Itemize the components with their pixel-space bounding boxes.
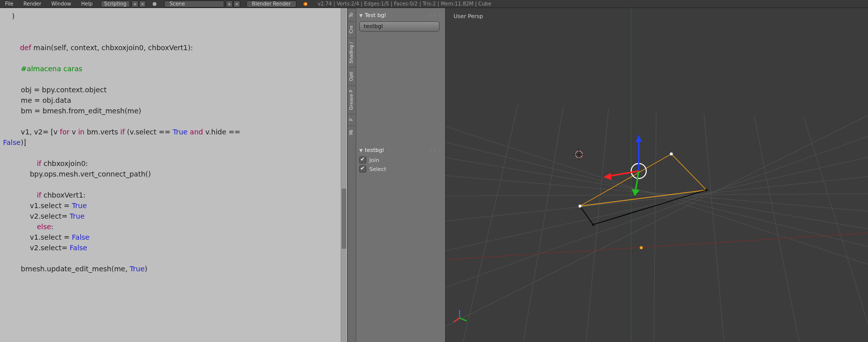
svg-line-18 <box>804 118 868 324</box>
blender-logo-icon <box>302 1 309 8</box>
tab-p[interactable]: P <box>348 114 356 125</box>
svg-line-10 <box>446 126 868 296</box>
svg-point-0 <box>153 2 157 6</box>
editor-scrollbar[interactable] <box>341 8 347 342</box>
panel-grip-icon[interactable]: ⋮⋮⋮ <box>428 148 442 152</box>
object-origin-icon <box>640 246 643 249</box>
svg-point-30 <box>578 205 582 208</box>
viewport-scene <box>446 8 868 342</box>
menu-window[interactable]: Window <box>46 1 76 7</box>
svg-line-27 <box>671 154 706 190</box>
tool-shelf: To Cre Shading / Opti Grease P P Mi ▼ Te… <box>348 8 446 342</box>
top-menu-bar: File Render Window Help Scripting + × Sc… <box>0 0 868 8</box>
redo-panel-title: testbgl <box>365 147 384 153</box>
operator-redo-panel: ▼ testbgl ⋮⋮⋮ Join Select <box>359 147 442 173</box>
svg-line-15 <box>654 111 656 342</box>
transform-gizmo[interactable] <box>604 135 646 196</box>
editor-scrollbar-thumb[interactable] <box>342 189 346 249</box>
render-engine-dropdown[interactable]: Blender Render <box>246 1 297 8</box>
scene-browse-icon[interactable] <box>151 1 158 8</box>
svg-line-16 <box>704 113 724 342</box>
3d-viewport[interactable]: User Persp <box>446 8 868 342</box>
svg-point-31 <box>670 152 673 155</box>
svg-line-25 <box>580 154 671 206</box>
menu-render[interactable]: Render <box>19 1 47 7</box>
svg-marker-40 <box>604 173 612 180</box>
menu-help[interactable]: Help <box>76 1 98 7</box>
mini-axis-icon <box>454 310 467 322</box>
tab-options[interactable]: Opti <box>348 67 356 85</box>
panel-title: Test bgl <box>365 12 386 19</box>
svg-line-6 <box>446 174 868 214</box>
disclosure-triangle-icon: ▼ <box>359 13 363 18</box>
svg-line-14 <box>586 108 609 342</box>
svg-point-2 <box>305 3 307 5</box>
tab-misc[interactable]: Mi <box>348 125 356 139</box>
join-checkbox[interactable] <box>359 156 366 163</box>
scene-add-remove: + × <box>225 1 240 8</box>
tab-create[interactable]: Cre <box>348 21 356 37</box>
tool-panel-body: ▼ Test bgl ⋮⋮⋮ testbgl ▼ testbgl ⋮⋮⋮ Joi… <box>356 8 445 342</box>
svg-line-28 <box>580 206 593 225</box>
join-checkbox-row: Join <box>359 156 442 163</box>
svg-point-32 <box>705 189 708 192</box>
screen-layout-dropdown[interactable]: Scripting <box>101 1 130 8</box>
layout-remove-button[interactable]: × <box>139 1 146 8</box>
layout-add-button[interactable]: + <box>131 1 138 8</box>
panel-header-testbgl[interactable]: ▼ Test bgl ⋮⋮⋮ <box>359 12 442 19</box>
svg-line-9 <box>446 151 868 256</box>
disclosure-triangle-icon: ▼ <box>359 148 363 153</box>
svg-point-33 <box>592 224 595 226</box>
svg-marker-36 <box>636 135 642 142</box>
select-checkbox[interactable] <box>359 165 366 173</box>
edit-mesh-wireframe <box>578 152 708 226</box>
select-label: Select <box>369 166 386 173</box>
svg-line-13 <box>523 106 563 342</box>
tab-grease-pencil[interactable]: Grease P <box>348 85 356 114</box>
tab-tools[interactable]: To <box>348 8 356 21</box>
layout-add-remove: + × <box>131 1 146 8</box>
svg-line-12 <box>463 103 518 342</box>
select-checkbox-row: Select <box>359 165 442 173</box>
3d-cursor-icon <box>573 149 585 160</box>
testbgl-button[interactable]: testbgl <box>359 22 440 32</box>
svg-line-11 <box>446 101 868 339</box>
scene-name-field[interactable]: Scene <box>164 1 224 8</box>
join-label: Join <box>369 157 379 163</box>
svg-line-17 <box>754 116 799 342</box>
svg-line-42 <box>460 318 467 321</box>
scene-add-button[interactable]: + <box>226 1 233 8</box>
scene-remove-button[interactable]: × <box>233 1 240 8</box>
panel-grip-icon[interactable]: ⋮⋮⋮ <box>428 13 442 18</box>
menu-file[interactable]: File <box>0 1 19 7</box>
main-area: ) def main(self, context, chbxoxjoin0, c… <box>0 8 868 342</box>
x-axis-line <box>446 231 868 261</box>
tab-shading[interactable]: Shading / <box>348 38 356 67</box>
svg-line-7 <box>446 194 868 196</box>
tool-shelf-tabs: To Cre Shading / Opti Grease P P Mi <box>348 8 356 342</box>
redo-panel-header[interactable]: ▼ testbgl ⋮⋮⋮ <box>359 147 442 153</box>
text-editor[interactable]: ) def main(self, context, chbxoxjoin0, c… <box>0 8 348 342</box>
scene-statistics: v2.74 | Verts:2/4 | Edges:1/5 | Faces:0/… <box>318 1 491 7</box>
